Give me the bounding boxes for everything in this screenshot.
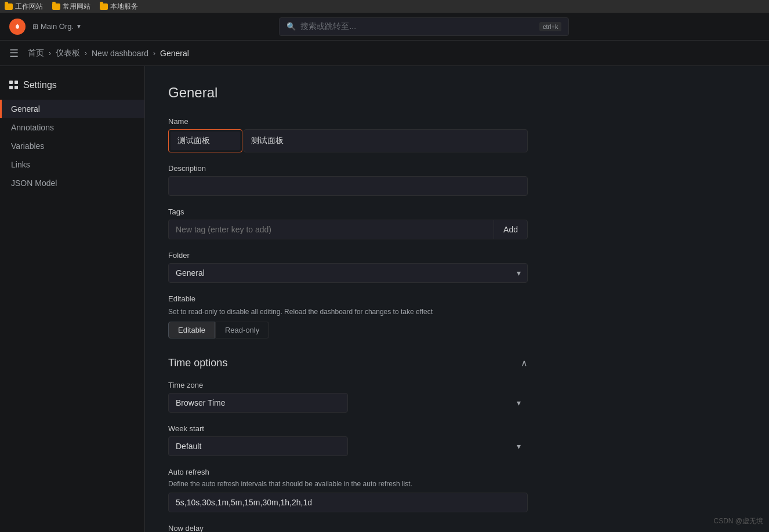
org-selector[interactable]: ⊞ Main Org. ▼	[32, 22, 82, 31]
auto-refresh-desc: Define the auto refresh intervals that s…	[168, 480, 528, 488]
breadcrumb-sep-3: ›	[153, 49, 155, 57]
tags-input-row: Add	[168, 220, 528, 239]
tags-label: Tags	[168, 207, 528, 216]
hamburger-menu[interactable]: ☰	[9, 47, 19, 60]
auto-refresh-field: Auto refresh Define the auto refresh int…	[168, 468, 528, 512]
folder-field: Folder General ▾	[168, 251, 528, 283]
main-layout: Settings General Annotations Variables L…	[0, 66, 769, 532]
content-area: General Name Description Tags	[145, 66, 769, 532]
folder-label: Folder	[168, 251, 528, 260]
sidebar-item-links[interactable]: Links	[0, 155, 144, 174]
time-options-title: Time options	[168, 357, 227, 369]
week-start-label: Week start	[168, 424, 528, 433]
tags-input[interactable]	[168, 220, 494, 239]
global-search[interactable]: 🔍 搜索或跳转至... ctrl+k	[279, 17, 569, 36]
bookmark-local[interactable]: 本地服务	[100, 2, 138, 12]
breadcrumb-dashboards[interactable]: 仪表板	[56, 48, 80, 59]
timezone-chevron-icon: ▾	[517, 398, 521, 407]
auto-refresh-input[interactable]: 5s,10s,30s,1m,5m,15m,30m,1h,2h,1d	[168, 493, 528, 512]
sidebar-header: Settings	[0, 75, 144, 100]
editable-toggle-group: Editable Read-only	[168, 322, 528, 338]
auto-refresh-label: Auto refresh	[168, 468, 528, 476]
editable-label: Editable	[168, 294, 528, 303]
sidebar-item-annotations[interactable]: Annotations	[0, 118, 144, 137]
folder-select[interactable]: General	[168, 263, 528, 283]
tags-field: Tags Add	[168, 207, 528, 239]
bookmark-work[interactable]: 工作网站	[5, 2, 43, 12]
breadcrumb-new-dashboard[interactable]: New dashboard	[92, 49, 148, 58]
name-input-wrapper	[168, 129, 242, 152]
editable-description: Set to read-only to disable all editing.…	[168, 307, 528, 317]
search-icon: 🔍	[286, 22, 296, 31]
search-shortcut: ctrl+k	[539, 22, 562, 31]
sidebar-item-general[interactable]: General	[0, 100, 144, 118]
breadcrumb-nav: ☰ 首页 › 仪表板 › New dashboard › General	[0, 41, 769, 66]
description-label: Description	[168, 164, 528, 173]
timezone-select-wrapper: Browser Time UTC ▾	[168, 393, 528, 413]
org-chevron-icon: ▼	[76, 23, 82, 30]
settings-grid-icon	[9, 81, 19, 90]
collapse-button[interactable]: ∧	[521, 358, 528, 369]
now-delay-label: Now delay	[168, 524, 528, 532]
readonly-button[interactable]: Read-only	[215, 322, 269, 338]
breadcrumb-home[interactable]: 首页	[28, 48, 44, 59]
watermark: CSDN @虚无境	[713, 516, 763, 526]
top-nav: ⊞ Main Org. ▼ 🔍 搜索或跳转至... ctrl+k	[0, 13, 769, 41]
page-title: General	[168, 85, 746, 101]
folder-select-wrapper: General ▾	[168, 263, 528, 283]
name-input-full[interactable]	[244, 129, 528, 152]
breadcrumb-sep-2: ›	[85, 49, 87, 57]
sidebar: Settings General Annotations Variables L…	[0, 66, 145, 532]
name-field: Name	[168, 117, 528, 152]
time-options-header: Time options ∧	[168, 357, 528, 369]
week-start-field: Week start Default Monday Saturday Sunda…	[168, 424, 528, 456]
description-input[interactable]	[168, 176, 528, 196]
sidebar-item-json-model[interactable]: JSON Model	[0, 174, 144, 192]
bookmark-common[interactable]: 常用网站	[52, 2, 90, 12]
name-label: Name	[168, 117, 528, 126]
week-start-chevron-icon: ▾	[517, 442, 521, 451]
name-input-small[interactable]	[171, 132, 240, 150]
week-start-select[interactable]: Default Monday Saturday Sunday	[168, 436, 348, 456]
sidebar-item-variables[interactable]: Variables	[0, 137, 144, 155]
editable-field: Editable Set to read-only to disable all…	[168, 294, 528, 338]
breadcrumb-current: General	[160, 49, 189, 58]
editable-button[interactable]: Editable	[168, 322, 215, 338]
now-delay-field: Now delay Exclude recent data that may b…	[168, 524, 528, 532]
description-field: Description	[168, 164, 528, 196]
breadcrumb-sep-1: ›	[49, 49, 51, 57]
tags-add-button[interactable]: Add	[494, 220, 528, 239]
timezone-label: Time zone	[168, 381, 528, 389]
folder-icon-3	[100, 3, 108, 10]
timezone-field: Time zone Browser Time UTC ▾	[168, 381, 528, 413]
folder-icon-2	[52, 3, 60, 10]
week-start-select-wrapper: Default Monday Saturday Sunday ▾	[168, 436, 528, 456]
folder-icon	[5, 3, 13, 10]
bookmarks-bar: 工作网站 常用网站 本地服务	[0, 0, 769, 13]
timezone-select[interactable]: Browser Time UTC	[168, 393, 348, 413]
grafana-logo[interactable]	[9, 19, 26, 35]
form-section: Name Description Tags Add	[168, 117, 528, 532]
